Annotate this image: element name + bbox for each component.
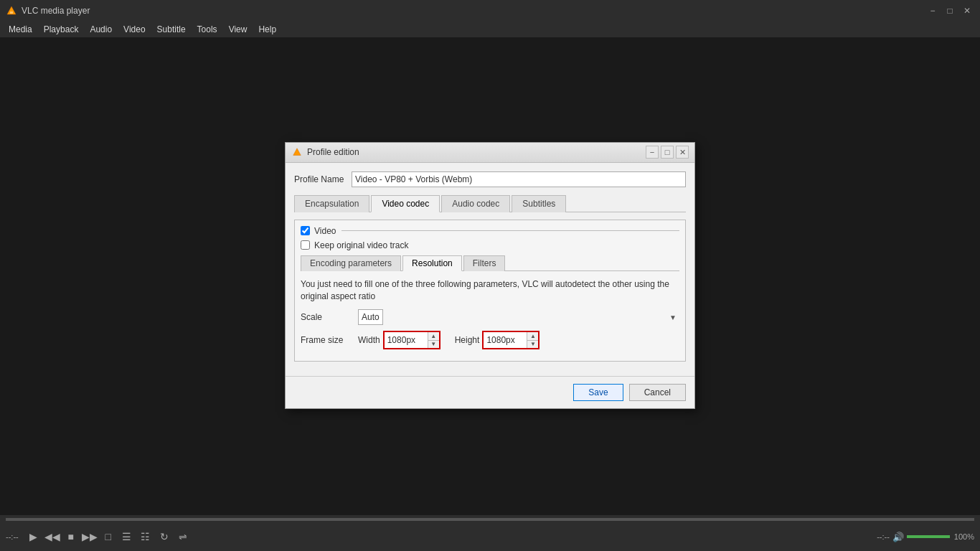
tab-bar: Encapsulation Video codec Audio codec Su…: [294, 194, 686, 212]
width-input-wrapper: ▲ ▼: [383, 331, 440, 349]
stop-button[interactable]: ■: [63, 529, 79, 545]
video-divider: [341, 230, 679, 231]
video-content-area: You just need to fill one of the three f…: [301, 278, 679, 350]
maximize-button[interactable]: □: [943, 4, 957, 18]
sub-tab-filters[interactable]: Filters: [463, 255, 506, 271]
volume-percent: 100%: [954, 532, 974, 541]
svg-rect-1: [10, 11, 13, 14]
tab-encapsulation[interactable]: Encapsulation: [294, 195, 369, 212]
height-label: Height: [455, 335, 480, 345]
menu-video[interactable]: Video: [118, 23, 151, 36]
time-total: --:--: [877, 532, 890, 541]
height-input-wrapper: ▲ ▼: [482, 331, 540, 349]
menu-playback[interactable]: Playback: [38, 23, 85, 36]
playlist-button[interactable]: ☷: [138, 529, 154, 545]
profile-name-label: Profile Name: [294, 174, 352, 184]
width-spinner-up[interactable]: ▲: [428, 332, 439, 341]
tab-subtitles[interactable]: Subtitles: [512, 195, 566, 212]
vlc-icon: [6, 5, 17, 17]
menu-subtitle[interactable]: Subtitle: [151, 23, 192, 36]
menu-tools[interactable]: Tools: [192, 23, 223, 36]
width-spinner: ▲ ▼: [428, 332, 439, 348]
scale-wrapper: Auto 0.25 0.5 0.75 1.0 1.25 1.5 2.0 ▼: [358, 309, 679, 325]
height-spinner-up[interactable]: ▲: [527, 332, 538, 341]
menu-audio[interactable]: Audio: [84, 23, 118, 36]
keep-original-checkbox[interactable]: [301, 240, 310, 250]
width-group: Width ▲ ▼: [358, 331, 440, 349]
sub-tab-encoding[interactable]: Encoding parameters: [301, 255, 401, 271]
keep-original-row: Keep original video track: [301, 240, 679, 250]
sub-tab-bar: Encoding parameters Resolution Filters: [301, 255, 679, 271]
random-button[interactable]: ⇌: [175, 529, 191, 545]
sub-tab-resolution[interactable]: Resolution: [402, 255, 462, 271]
titlebar: VLC media player − □ ✕: [0, 0, 980, 22]
video-section: Video Keep original video track Encoding…: [294, 220, 686, 362]
app-title: VLC media player: [22, 6, 923, 16]
menu-view[interactable]: View: [223, 23, 253, 36]
fullscreen-button[interactable]: □: [100, 529, 116, 545]
next-button[interactable]: ▶▶: [82, 529, 98, 545]
height-group: Height ▲ ▼: [455, 331, 540, 349]
volume-area: 🔊 100%: [892, 532, 974, 542]
height-spinner-down[interactable]: ▼: [527, 341, 538, 349]
keep-original-label[interactable]: Keep original video track: [314, 240, 408, 250]
menubar: Media Playback Audio Video Subtitle Tool…: [0, 22, 980, 37]
cancel-button[interactable]: Cancel: [629, 384, 686, 401]
dialog-body: Profile Name Encapsulation Video codec A…: [286, 163, 694, 377]
svg-marker-2: [293, 149, 301, 156]
width-label: Width: [358, 335, 380, 345]
profile-name-input[interactable]: [352, 171, 686, 187]
scale-row: Scale Auto 0.25 0.5 0.75 1.0 1.25 1.5 2.…: [301, 309, 679, 325]
tab-audio-codec[interactable]: Audio codec: [441, 195, 510, 212]
dialog-title: Profile edition: [307, 147, 644, 157]
dialog-titlebar: Profile edition − □ ✕: [286, 143, 694, 163]
save-button[interactable]: Save: [573, 384, 623, 401]
framesize-label: Frame size: [301, 335, 358, 345]
profile-dialog: Profile edition − □ ✕ Profile Name Encap…: [285, 142, 695, 410]
dialog-maximize-button[interactable]: □: [661, 146, 674, 159]
prev-button[interactable]: ◀◀: [44, 529, 60, 545]
width-input[interactable]: [385, 332, 428, 348]
info-text: You just need to fill one of the three f…: [301, 278, 679, 303]
seek-bar[interactable]: [6, 518, 974, 521]
volume-bar[interactable]: [907, 535, 950, 538]
menu-help[interactable]: Help: [253, 23, 282, 36]
video-checkbox-row: Video: [301, 226, 679, 236]
scale-label: Scale: [301, 312, 358, 322]
dialog-footer: Save Cancel: [286, 376, 694, 408]
scale-dropdown-arrow: ▼: [669, 314, 677, 321]
extended-button[interactable]: ☰: [119, 529, 135, 545]
height-spinner: ▲ ▼: [527, 332, 538, 348]
width-spinner-down[interactable]: ▼: [428, 341, 439, 349]
play-button[interactable]: ▶: [26, 529, 42, 545]
dialog-close-button[interactable]: ✕: [676, 146, 689, 159]
video-checkbox[interactable]: [301, 226, 310, 235]
height-input[interactable]: [484, 332, 527, 348]
time-elapsed: --:--: [6, 532, 19, 541]
tab-video-codec[interactable]: Video codec: [371, 195, 440, 212]
volume-icon: 🔊: [892, 532, 904, 542]
bottom-bar: --:-- ▶ ◀◀ ■ ▶▶ □ ☰ ☷ ↻ ⇌ --:-- 🔊 100%: [0, 515, 980, 551]
profile-name-row: Profile Name: [294, 171, 686, 187]
scale-dropdown[interactable]: Auto 0.25 0.5 0.75 1.0 1.25 1.5 2.0: [358, 309, 383, 325]
close-button[interactable]: ✕: [960, 4, 974, 18]
dialog-vlc-icon: [291, 146, 303, 158]
framesize-row: Frame size Width ▲ ▼: [301, 331, 679, 349]
video-checkbox-label[interactable]: Video: [314, 226, 336, 236]
minimize-button[interactable]: −: [925, 4, 940, 18]
dialog-minimize-button[interactable]: −: [646, 146, 659, 159]
menu-media[interactable]: Media: [3, 23, 38, 36]
loop-button[interactable]: ↻: [156, 529, 172, 545]
